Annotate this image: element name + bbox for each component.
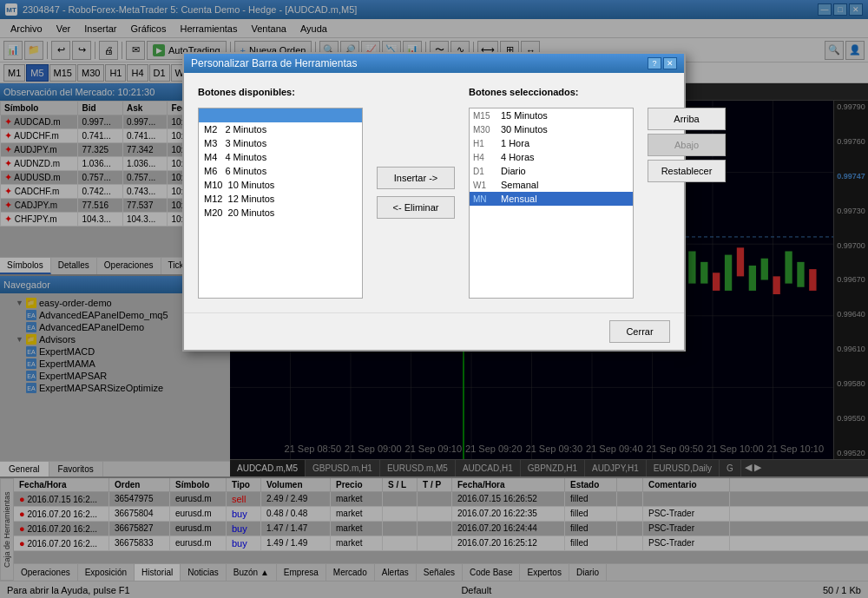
dialog-selected-item-1[interactable]: M30 30 Minutos — [470, 122, 633, 136]
sel-label-h4: 4 Horas — [501, 152, 535, 162]
dialog-available-item-1[interactable]: M2 2 Minutos — [199, 122, 362, 136]
sel-tf-mn: MN — [473, 194, 497, 204]
insert-button[interactable]: Insertar -> — [377, 167, 455, 189]
sel-label-h1: 1 Hora — [501, 138, 529, 148]
dialog-available-list-container: M2 2 Minutos M3 3 Minutos M4 4 Minutos M… — [198, 108, 363, 299]
dialog-footer: Cerrar — [184, 312, 684, 350]
dialog-selected-item-2[interactable]: H1 1 Hora — [470, 136, 633, 150]
dialog-available-item-3[interactable]: M4 4 Minutos — [199, 150, 362, 164]
sel-label-mn: Mensual — [501, 194, 537, 204]
dialog-help-button[interactable]: ? — [648, 57, 661, 69]
sel-tf-d1: D1 — [473, 167, 497, 176]
abajo-button[interactable]: Abajo — [648, 134, 726, 156]
dialog-available-item-6[interactable]: M12 12 Minutos — [199, 192, 362, 206]
dialog-available-item-0[interactable] — [199, 108, 362, 122]
dialog-selected-item-6[interactable]: MN Mensual — [470, 192, 633, 206]
dialog-available-label: Botones disponibles: — [198, 87, 363, 97]
dialog-titlebar: Personalizar Barra de Herramientas ? ✕ — [184, 54, 684, 73]
sel-label-m30: 30 Minutos — [501, 124, 548, 135]
sel-tf-w1: W1 — [473, 181, 497, 190]
customize-dialog: Personalizar Barra de Herramientas ? ✕ B… — [182, 52, 686, 352]
dialog-available-item-5[interactable]: M10 10 Minutos — [199, 178, 362, 192]
sel-tf-h1: H1 — [473, 139, 497, 148]
dialog-selected-column: Botones seleccionados: M15 15 Minutos M3… — [469, 87, 634, 299]
dialog-selected-item-4[interactable]: D1 Diario — [470, 164, 633, 178]
dialog-title-buttons: ? ✕ — [648, 57, 677, 69]
dialog-title: Personalizar Barra de Herramientas — [191, 57, 357, 69]
dialog-selected-list-container: M15 15 Minutos M30 30 Minutos H1 1 Hora — [469, 108, 634, 299]
dialog-available-item-2[interactable]: M3 3 Minutos — [199, 136, 362, 150]
dialog-overlay: Personalizar Barra de Herramientas ? ✕ B… — [0, 0, 868, 598]
restablecer-button[interactable]: Restablecer — [648, 160, 726, 182]
dialog-selected-list[interactable]: M15 15 Minutos M30 30 Minutos H1 1 Hora — [469, 108, 634, 299]
dialog-available-column: Botones disponibles: M2 2 Minutos M3 3 M… — [198, 87, 363, 299]
dialog-content: Botones disponibles: M2 2 Minutos M3 3 M… — [184, 73, 684, 312]
sel-label-d1: Diario — [501, 166, 526, 176]
cerrar-button[interactable]: Cerrar — [609, 320, 670, 343]
sel-tf-h4: H4 — [473, 153, 497, 162]
sel-label-w1: Semanal — [501, 180, 538, 190]
dialog-available-list[interactable]: M2 2 Minutos M3 3 Minutos M4 4 Minutos M… — [198, 108, 363, 299]
dialog-middle-buttons: Insertar -> <- Eliminar — [377, 87, 455, 299]
arriba-button[interactable]: Arriba — [648, 108, 726, 130]
dialog-selected-label: Botones seleccionados: — [469, 87, 634, 97]
dialog-selected-item-5[interactable]: W1 Semanal — [470, 178, 633, 192]
dialog-selected-item-3[interactable]: H4 4 Horas — [470, 150, 633, 164]
dialog-available-item-7[interactable]: M20 20 Minutos — [199, 206, 362, 220]
dialog-right-buttons: Arriba Abajo Restablecer — [648, 87, 726, 299]
sel-tf-m15: M15 — [473, 111, 497, 121]
sel-tf-m30: M30 — [473, 125, 497, 135]
dialog-close-button[interactable]: ✕ — [663, 57, 677, 69]
remove-button[interactable]: <- Eliminar — [377, 196, 455, 219]
dialog-selected-item-0[interactable]: M15 15 Minutos — [470, 108, 633, 122]
main-wrapper: MT 2304847 - RoboForex-MetaTrader 5: Cue… — [0, 0, 868, 598]
sel-label-m15: 15 Minutos — [501, 110, 548, 121]
dialog-available-item-4[interactable]: M6 6 Minutos — [199, 164, 362, 178]
